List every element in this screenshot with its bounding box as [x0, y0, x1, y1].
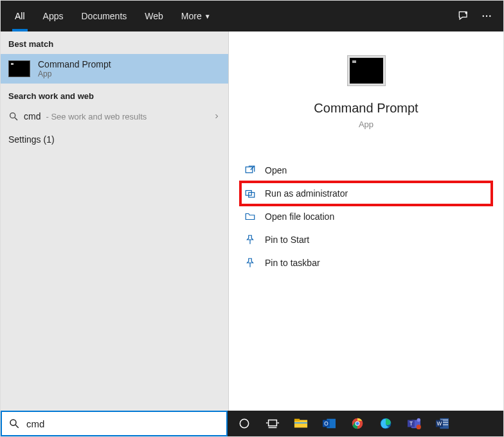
search-input[interactable]: [26, 418, 220, 429]
best-match-title: Command Prompt: [38, 59, 111, 69]
preview-actions: Open Run as administrator Open file loca…: [237, 159, 496, 274]
teams-icon[interactable]: T: [400, 411, 428, 436]
tab-apps[interactable]: Apps: [34, 1, 73, 31]
svg-rect-20: [294, 422, 307, 424]
preview-app-icon: [348, 56, 385, 85]
work-web-hint: - See work and web results: [46, 112, 147, 121]
results-panel: Best match Command Prompt App Search wor…: [1, 31, 229, 412]
svg-point-29: [417, 418, 420, 422]
svg-point-4: [10, 113, 15, 118]
svg-point-0: [465, 12, 467, 13]
tab-web-label: Web: [145, 11, 163, 21]
svg-text:W: W: [437, 421, 442, 427]
action-pin-to-start[interactable]: Pin to Start: [240, 228, 492, 251]
action-open-label: Open: [265, 165, 287, 175]
tab-apps-label: Apps: [43, 11, 64, 21]
cortana-icon[interactable]: [230, 411, 258, 436]
cmd-icon: [8, 60, 30, 77]
search-scope-tabs: All Apps Documents Web More ▼: [1, 1, 503, 31]
preview-title: Command Prompt: [314, 101, 418, 116]
chevron-down-icon: ▼: [204, 13, 211, 20]
taskbar: O T W: [1, 411, 503, 436]
tab-documents[interactable]: Documents: [72, 1, 136, 31]
action-open-file-location-label: Open file location: [265, 211, 334, 222]
feedback-icon[interactable]: [452, 4, 475, 28]
action-pin-to-start-label: Pin to Start: [265, 235, 309, 245]
svg-text:T: T: [410, 421, 413, 427]
tab-web[interactable]: Web: [136, 1, 172, 31]
svg-rect-19: [294, 419, 300, 422]
task-view-icon[interactable]: [258, 411, 287, 436]
search-icon: [8, 418, 20, 429]
folder-icon: [244, 211, 256, 222]
best-match-sub: App: [38, 69, 111, 78]
action-run-as-administrator[interactable]: Run as administrator: [240, 182, 492, 205]
action-open-file-location[interactable]: Open file location: [240, 205, 492, 228]
svg-point-11: [10, 420, 16, 425]
pin-start-icon: [244, 234, 256, 245]
tab-all[interactable]: All: [6, 1, 34, 31]
action-pin-to-taskbar-label: Pin to taskbar: [265, 258, 320, 268]
action-pin-to-taskbar[interactable]: Pin to taskbar: [240, 251, 492, 274]
open-icon: [244, 165, 256, 176]
work-web-query: cmd: [24, 111, 40, 121]
tab-more-label: More: [181, 11, 202, 21]
settings-results[interactable]: Settings (1): [1, 127, 228, 152]
svg-point-32: [417, 425, 421, 429]
chevron-right-icon: [213, 112, 221, 120]
preview-panel: Command Prompt App Open Run as administr…: [229, 31, 503, 412]
taskbar-search[interactable]: [1, 411, 228, 436]
outlook-icon[interactable]: O: [315, 411, 343, 436]
tab-documents-label: Documents: [81, 11, 127, 21]
svg-point-13: [240, 419, 248, 427]
work-web-result[interactable]: cmd - See work and web results: [1, 106, 228, 127]
settings-results-label: Settings (1): [8, 134, 55, 145]
search-icon: [8, 111, 19, 121]
svg-point-1: [483, 15, 484, 17]
edge-icon[interactable]: [372, 411, 400, 436]
word-icon[interactable]: W: [428, 411, 456, 436]
best-match-header: Best match: [1, 31, 228, 54]
svg-point-2: [486, 15, 487, 17]
file-explorer-icon[interactable]: [287, 411, 315, 436]
svg-point-3: [489, 15, 491, 17]
tab-more[interactable]: More ▼: [172, 1, 220, 31]
shield-admin-icon: [244, 188, 256, 199]
pin-taskbar-icon: [244, 257, 256, 269]
more-options-icon[interactable]: [475, 4, 498, 28]
tab-all-label: All: [15, 11, 25, 21]
work-web-header: Search work and web: [1, 84, 228, 106]
svg-line-12: [15, 425, 19, 428]
preview-sub: App: [359, 120, 374, 129]
action-open[interactable]: Open: [240, 159, 492, 182]
action-run-as-administrator-label: Run as administrator: [265, 188, 348, 199]
svg-point-26: [356, 422, 359, 425]
chrome-icon[interactable]: [343, 411, 372, 436]
svg-rect-14: [269, 420, 277, 426]
svg-text:O: O: [324, 421, 328, 427]
best-match-result[interactable]: Command Prompt App: [1, 54, 228, 84]
svg-line-5: [15, 118, 17, 120]
svg-rect-6: [246, 167, 253, 173]
